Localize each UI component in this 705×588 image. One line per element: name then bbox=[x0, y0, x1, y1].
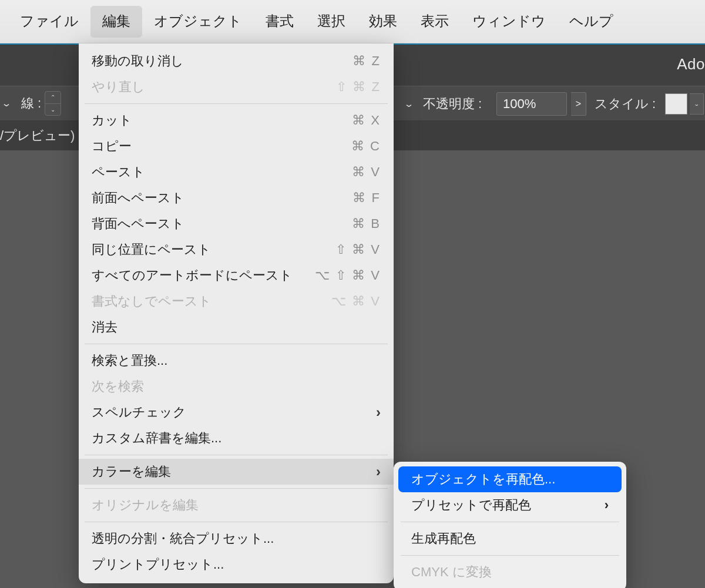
style-dropdown-icon[interactable]: ⌄ bbox=[690, 93, 704, 115]
app-name-fragment: Ado bbox=[677, 55, 705, 73]
menu-item: やり直し⇧ ⌘ Z bbox=[79, 74, 394, 100]
opacity-label: 不透明度 : bbox=[423, 86, 482, 122]
chevron-right-icon: › bbox=[376, 404, 381, 421]
menu-item[interactable]: 消去 bbox=[79, 314, 394, 340]
shortcut-label: ⌘ X bbox=[352, 113, 381, 128]
menu-オブジェクト[interactable]: オブジェクト bbox=[142, 6, 254, 38]
menu-ウィンドウ[interactable]: ウィンドウ bbox=[461, 6, 558, 38]
menu-item-label: カラーを編集 bbox=[92, 463, 376, 481]
stroke-stepper[interactable]: ⌃ ⌄ bbox=[45, 91, 61, 116]
menu-item-label: 検索と置換... bbox=[92, 352, 381, 369]
submenu-item-label: 生成再配色 bbox=[411, 530, 609, 547]
menu-編集[interactable]: 編集 bbox=[90, 6, 142, 38]
menu-表示[interactable]: 表示 bbox=[409, 6, 461, 38]
menu-item-label: 前面へペースト bbox=[92, 189, 352, 207]
chevron-right-icon: › bbox=[605, 498, 609, 513]
dropdown-icon[interactable]: ⌄ bbox=[402, 86, 415, 122]
menu-item-label: やり直し bbox=[92, 78, 336, 96]
submenu-item-label: オブジェクトを再配色... bbox=[411, 471, 609, 488]
menu-item[interactable]: コピー⌘ C bbox=[79, 133, 394, 159]
shortcut-label: ⌘ V bbox=[352, 164, 381, 180]
menu-ヘルプ[interactable]: ヘルプ bbox=[558, 6, 625, 38]
menu-効果[interactable]: 効果 bbox=[357, 6, 409, 38]
submenu-item[interactable]: プリセットで再配色› bbox=[398, 492, 622, 518]
submenu-item[interactable]: オブジェクトを再配色... bbox=[398, 466, 622, 492]
menu-item[interactable]: ペースト⌘ V bbox=[79, 159, 394, 185]
menu-item[interactable]: 透明の分割・統合プリセット... bbox=[79, 526, 394, 552]
chevron-down-icon[interactable]: ⌄ bbox=[45, 104, 61, 116]
submenu-item[interactable]: 生成再配色 bbox=[398, 526, 622, 552]
menu-item[interactable]: 背面へペースト⌘ B bbox=[79, 211, 394, 237]
menu-item-label: コピー bbox=[92, 137, 351, 155]
menu-item-label: 書式なしでペースト bbox=[92, 293, 331, 310]
opacity-input[interactable]: 100% bbox=[496, 92, 567, 116]
dropdown-icon[interactable]: ⌄ bbox=[0, 86, 13, 121]
menu-item-label: カスタム辞書を編集... bbox=[92, 429, 381, 447]
menu-item-label: ペースト bbox=[92, 163, 352, 181]
menu-item[interactable]: カラーを編集› bbox=[79, 459, 394, 485]
menu-書式[interactable]: 書式 bbox=[254, 6, 306, 38]
submenu-item-label: プリセットで再配色 bbox=[411, 496, 605, 514]
menu-item[interactable]: カット⌘ X bbox=[79, 107, 394, 133]
menu-item-label: プリントプリセット... bbox=[92, 556, 381, 573]
menu-item: 次を検索 bbox=[79, 374, 394, 399]
menu-item-label: 移動の取り消し bbox=[92, 52, 352, 70]
menu-item[interactable]: 検索と置換... bbox=[79, 348, 394, 374]
menu-item-label: 透明の分割・統合プリセット... bbox=[92, 530, 381, 547]
menu-item: オリジナルを編集 bbox=[79, 492, 394, 518]
menu-item[interactable]: カスタム辞書を編集... bbox=[79, 425, 394, 451]
stroke-label: 線 : bbox=[13, 95, 45, 112]
menu-item: 書式なしでペースト⌥ ⌘ V bbox=[79, 288, 394, 314]
menu-item[interactable]: 同じ位置にペースト⇧ ⌘ V bbox=[79, 237, 394, 263]
menu-item-label: 次を検索 bbox=[92, 378, 381, 395]
shortcut-label: ⌘ B bbox=[352, 216, 381, 231]
menu-item-label: 同じ位置にペースト bbox=[92, 241, 335, 258]
menu-item[interactable]: プリントプリセット... bbox=[79, 552, 394, 577]
style-swatch[interactable] bbox=[665, 93, 687, 115]
menu-item[interactable]: 前面へペースト⌘ F bbox=[79, 185, 394, 211]
shortcut-label: ⇧ ⌘ V bbox=[335, 242, 381, 257]
shortcut-label: ⌥ ⇧ ⌘ V bbox=[315, 268, 381, 283]
menu-ファイル[interactable]: ファイル bbox=[8, 6, 90, 38]
shortcut-label: ⌘ Z bbox=[352, 53, 381, 69]
chevron-right-icon: › bbox=[376, 463, 381, 480]
shortcut-label: ⌥ ⌘ V bbox=[331, 294, 381, 309]
menu-item-label: すべてのアートボードにペースト bbox=[92, 267, 315, 284]
shortcut-label: ⌘ C bbox=[351, 139, 381, 154]
menu-item[interactable]: 移動の取り消し⌘ Z bbox=[79, 48, 394, 74]
menu-item-label: スペルチェック bbox=[92, 404, 376, 421]
menu-item-label: オリジナルを編集 bbox=[92, 496, 381, 514]
menu-item-label: 消去 bbox=[92, 318, 381, 336]
chevron-up-icon[interactable]: ⌃ bbox=[45, 92, 61, 104]
menu-item[interactable]: スペルチェック› bbox=[79, 399, 394, 425]
menu-選択[interactable]: 選択 bbox=[306, 6, 357, 38]
menu-item-label: 背面へペースト bbox=[92, 215, 352, 233]
submenu-item-label: CMYK に変換 bbox=[411, 563, 609, 581]
style-label: スタイル : bbox=[595, 86, 656, 122]
menu-bar: ファイル編集オブジェクト書式選択効果表示ウィンドウヘルプ bbox=[0, 0, 705, 43]
document-tab-label[interactable]: /プレビュー) bbox=[0, 127, 75, 145]
shortcut-label: ⌘ F bbox=[352, 190, 381, 206]
menu-item-label: カット bbox=[92, 112, 352, 129]
menu-item[interactable]: すべてのアートボードにペースト⌥ ⇧ ⌘ V bbox=[79, 263, 394, 288]
edit-color-submenu: オブジェクトを再配色...プリセットで再配色›生成再配色CMYK に変換 bbox=[394, 462, 626, 588]
opacity-more-button[interactable]: > bbox=[571, 92, 586, 116]
shortcut-label: ⇧ ⌘ Z bbox=[336, 79, 381, 95]
submenu-item: CMYK に変換 bbox=[398, 559, 622, 585]
edit-menu-dropdown: 移動の取り消し⌘ Zやり直し⇧ ⌘ Zカット⌘ Xコピー⌘ Cペースト⌘ V前面… bbox=[79, 43, 394, 583]
